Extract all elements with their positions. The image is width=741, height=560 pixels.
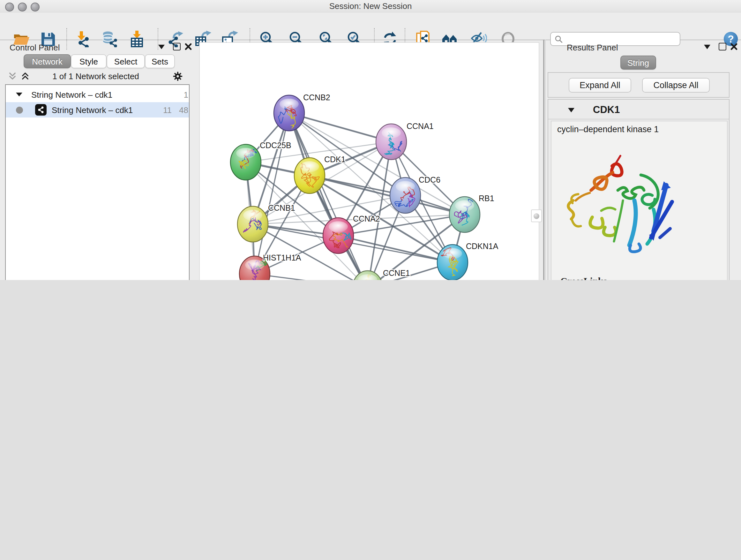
network-edge-count: 48 <box>176 105 188 115</box>
network-label: String Network – cdk1 <box>52 105 133 115</box>
collection-expand-icon[interactable] <box>16 92 22 97</box>
node-gloss <box>396 181 415 192</box>
node-label-CCNA2: CCNA2 <box>353 214 380 223</box>
tab-sets[interactable]: Sets <box>145 54 175 68</box>
node-CCNB2[interactable] <box>274 95 305 131</box>
tab-network[interactable]: Network <box>23 54 71 68</box>
protein-structure-image <box>559 142 677 257</box>
control-panel-float-icon[interactable] <box>173 43 181 51</box>
tab-select[interactable]: Select <box>107 54 145 68</box>
network-node-count: 11 <box>159 105 172 115</box>
network-row-selected[interactable]: String Network – cdk1 11 48 <box>6 102 189 118</box>
network-options-gear-icon[interactable] <box>172 71 183 82</box>
network-selection-status: 1 of 1 Network selected <box>35 71 156 81</box>
tab-string[interactable]: String <box>620 56 656 70</box>
network-graph[interactable]: CCNB2CCNA1CDC25BCDK1CDC6RB1CCNB1CCNA2CDK… <box>200 43 539 280</box>
expand-all-networks-icon[interactable] <box>20 71 30 81</box>
results-buttons-box: Expand All Collapse All <box>548 72 730 98</box>
node-gloss <box>329 221 348 232</box>
control-panel-close-icon[interactable] <box>185 43 192 51</box>
main-toolbar: ? <box>0 13 741 40</box>
node-CCNA1[interactable] <box>376 124 407 160</box>
node-gloss <box>455 200 474 211</box>
node-CCNA2[interactable] <box>323 218 354 253</box>
results-panel-close-icon[interactable] <box>730 43 738 51</box>
collection-label: String Network – cdk1 <box>31 90 112 99</box>
node-label-CCNE1: CCNE1 <box>383 268 410 277</box>
node-gloss <box>382 127 401 138</box>
results-panel-float-icon[interactable] <box>719 43 726 51</box>
gene-name: CDK1 <box>593 104 620 116</box>
right-splitter-handle[interactable] <box>531 209 542 222</box>
node-CDC6[interactable] <box>390 178 421 213</box>
results-panel-title: Results Panel <box>567 43 618 52</box>
node-label-CCNB2: CCNB2 <box>303 93 330 102</box>
node-gloss <box>245 260 264 270</box>
gene-header-divider <box>548 119 729 119</box>
node-CCNB1[interactable] <box>238 206 268 242</box>
node-RB1[interactable] <box>449 197 480 233</box>
node-gloss <box>300 161 319 172</box>
node-label-CDKN1A: CDKN1A <box>466 242 498 251</box>
collapse-all-networks-icon[interactable] <box>8 71 17 81</box>
node-label-HIST1H1A: HIST1H1A <box>263 253 301 262</box>
gene-collapse-icon[interactable] <box>568 108 575 112</box>
node-label-CCNB1: CCNB1 <box>268 203 295 212</box>
node-CDC25B[interactable] <box>230 144 261 180</box>
gene-detail-card: cyclin–dependent kinase 1 <box>551 121 728 280</box>
import-table-icon[interactable] <box>129 30 145 47</box>
edge-CCNB2-HIST1H1A[interactable] <box>255 113 289 274</box>
search-icon <box>555 35 563 43</box>
tab-style[interactable]: Style <box>71 54 107 68</box>
right-splitter-highlight <box>545 40 546 280</box>
control-panel-collapse-icon[interactable] <box>158 45 165 49</box>
toolbar-separator <box>66 28 67 50</box>
gene-section: CDK1 cyclin–dependent kinase 1 <box>548 99 730 280</box>
node-label-CDC6: CDC6 <box>419 175 441 184</box>
node-CDKN1A[interactable] <box>437 245 468 280</box>
network-status-dot <box>16 106 23 113</box>
network-canvas[interactable]: CCNB2CCNA1CDC25BCDK1CDC6RB1CCNB1CCNA2CDK… <box>199 42 539 280</box>
collapse-all-button[interactable]: Collapse All <box>642 78 710 92</box>
expand-all-button[interactable]: Expand All <box>569 78 631 92</box>
node-gloss <box>243 210 262 221</box>
control-panel-title: Control Panel <box>10 43 60 52</box>
network-list: String Network – cdk1 1 String Network –… <box>5 84 190 280</box>
title-bar: Session: New Session <box>0 0 741 13</box>
import-network-icon[interactable] <box>74 30 91 47</box>
node-gloss <box>443 248 462 259</box>
node-gloss <box>280 99 299 110</box>
edge-CCNA2-CDKN1A[interactable] <box>338 236 453 262</box>
gene-description: cyclin–dependent kinase 1 <box>557 125 659 134</box>
results-panel-collapse-icon[interactable] <box>704 45 711 49</box>
node-CCNE1[interactable] <box>352 271 383 280</box>
network-collection-row[interactable]: String Network – cdk1 1 <box>6 87 189 102</box>
right-splitter[interactable] <box>543 40 544 280</box>
collection-count: 1 <box>179 90 188 99</box>
window-title: Session: New Session <box>0 0 741 13</box>
network-share-icon <box>35 104 47 116</box>
node-CDK1[interactable] <box>294 158 325 193</box>
crosslinks-title: CrossLinks <box>560 276 607 280</box>
node-label-CCNA1: CCNA1 <box>407 122 434 131</box>
node-label-CDK1: CDK1 <box>324 155 346 164</box>
application-window: Session: New Session <box>0 0 741 280</box>
node-label-RB1: RB1 <box>479 194 494 203</box>
node-label-CDC25B: CDC25B <box>260 141 291 150</box>
node-gloss <box>236 148 255 159</box>
import-network-from-database-icon[interactable] <box>101 30 118 47</box>
